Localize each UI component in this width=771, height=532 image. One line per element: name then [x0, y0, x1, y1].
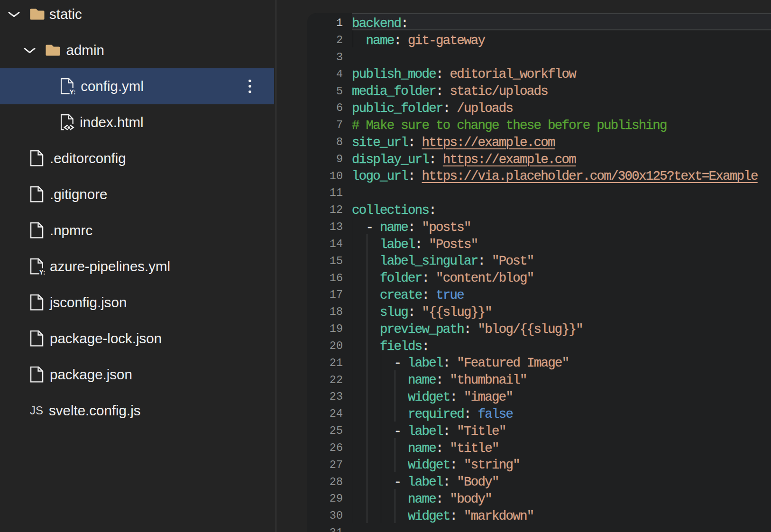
svg-text:Y:: Y:: [39, 268, 45, 275]
svg-text:Y:: Y:: [69, 88, 75, 94]
